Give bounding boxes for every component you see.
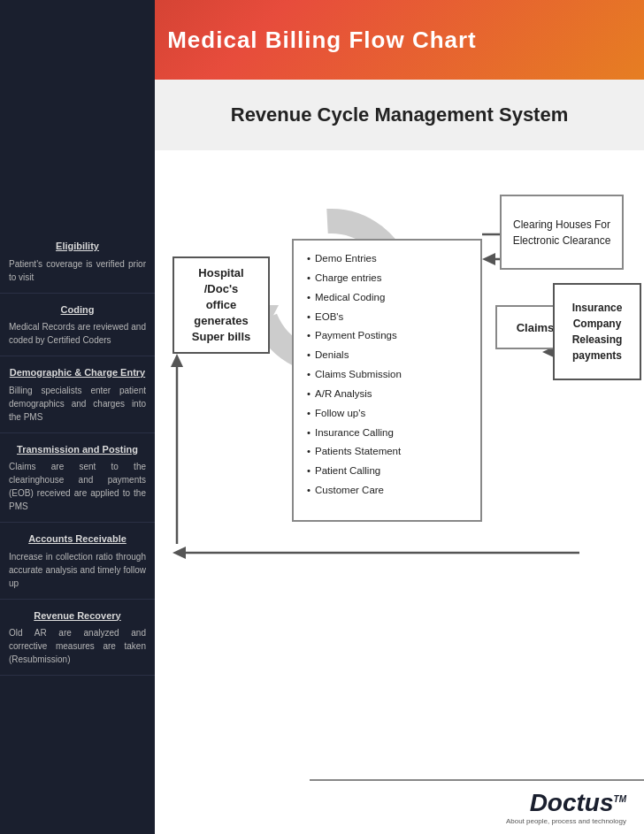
- services-box: Demo Entries Charge entries Medical Codi…: [292, 239, 482, 522]
- clearing-label: Clearing Houses For Electronic Clearance: [502, 217, 622, 249]
- eligibility-title: Eligibility: [9, 239, 146, 254]
- accounts-title: Accounts Receivable: [9, 532, 146, 547]
- list-item: Payment Postings: [307, 326, 467, 346]
- insurance-box: InsuranceCompanyReleasingpayments: [553, 283, 641, 380]
- list-item: Medical Coding: [307, 288, 467, 308]
- flowchart: Hospital/Doc'sofficegeneratesSuper bills…: [164, 168, 641, 663]
- svg-marker-11: [172, 547, 186, 559]
- logo-tm: TM: [614, 794, 626, 804]
- recovery-text: Old AR are analyzed and corrective measu…: [9, 626, 146, 666]
- hospital-box: Hospital/Doc'sofficegeneratesSuper bills: [172, 256, 270, 354]
- eligibility-text: Patient's coverage is verified prior to …: [9, 257, 146, 284]
- list-item: Patients Statement: [307, 442, 467, 462]
- transmission-text: Claims are sent to the clearinghouse and…: [9, 460, 146, 513]
- list-item: EOB's: [307, 308, 467, 327]
- logo-name: DoctusTM: [530, 789, 626, 816]
- sidebar-coding: Coding Medical Records are reviewed and …: [0, 294, 155, 357]
- sidebar-eligibility: Eligibility Patient's coverage is verifi…: [0, 230, 155, 294]
- list-item: A/R Analysis: [307, 385, 467, 404]
- hospital-label: Hospital/Doc'sofficegeneratesSuper bills: [192, 265, 250, 346]
- list-item: Follow up's: [307, 404, 467, 424]
- sidebar-transmission: Transmission and Posting Claims are sent…: [0, 433, 155, 524]
- list-item: Charge entries: [307, 269, 467, 288]
- page-title: Medical Billing Flow Chart: [167, 27, 477, 54]
- accounts-text: Increase in collection ratio through acc…: [9, 550, 146, 590]
- bottom-arrow-left: [172, 539, 579, 566]
- bottom-decorative-bar: [310, 779, 644, 781]
- logo-text: Doctus: [530, 789, 614, 816]
- list-item: Customer Care: [307, 481, 467, 501]
- sidebar: Eligibility Patient's coverage is verifi…: [0, 0, 155, 834]
- logo-area: DoctusTM About people, process and techn…: [506, 789, 626, 825]
- demographic-title: Demographic & Charge Entry: [9, 365, 146, 380]
- list-item: Claims Submission: [307, 365, 467, 385]
- coding-title: Coding: [9, 302, 146, 318]
- list-item: Denials: [307, 346, 467, 365]
- list-item: Insurance Calling: [307, 424, 467, 443]
- claims-label: Claims: [517, 321, 555, 334]
- sidebar-recovery: Revenue Recovery Old AR are analyzed and…: [0, 600, 155, 677]
- svg-marker-5: [482, 253, 495, 265]
- coding-text: Medical Records are reviewed and coded b…: [9, 320, 146, 347]
- sidebar-accounts: Accounts Receivable Increase in collecti…: [0, 523, 155, 600]
- svg-marker-13: [171, 354, 183, 367]
- clearing-houses-box: Clearing Houses For Electronic Clearance: [500, 195, 624, 270]
- demographic-text: Billing specialists enter patient demogr…: [9, 384, 146, 424]
- transmission-title: Transmission and Posting: [9, 442, 146, 457]
- list-item: Patient Calling: [307, 462, 467, 481]
- logo-tagline: About people, process and technology: [506, 817, 626, 825]
- vertical-arrow-up: [164, 354, 190, 544]
- main-content: Hospital/Doc'sofficegeneratesSuper bills…: [155, 150, 644, 834]
- subtitle: Revenue Cycle Management System: [231, 103, 569, 126]
- sidebar-demographic: Demographic & Charge Entry Billing speci…: [0, 356, 155, 433]
- subheader: Revenue Cycle Management System: [155, 80, 644, 150]
- recovery-title: Revenue Recovery: [9, 608, 146, 624]
- insurance-label: InsuranceCompanyReleasingpayments: [572, 300, 623, 363]
- services-list: Demo Entries Charge entries Medical Codi…: [307, 249, 467, 501]
- list-item: Demo Entries: [307, 249, 467, 269]
